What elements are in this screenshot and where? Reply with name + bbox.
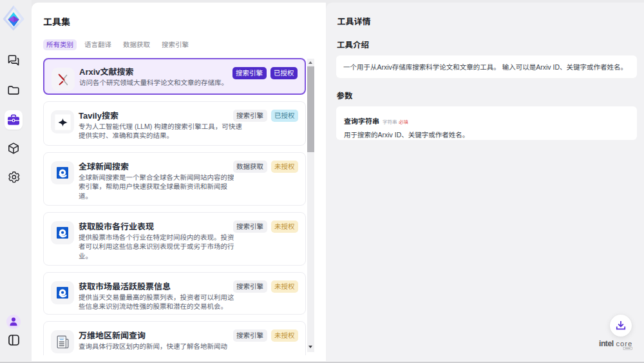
- svg-text:core: core: [616, 340, 633, 348]
- svg-text:intel: intel: [599, 339, 614, 348]
